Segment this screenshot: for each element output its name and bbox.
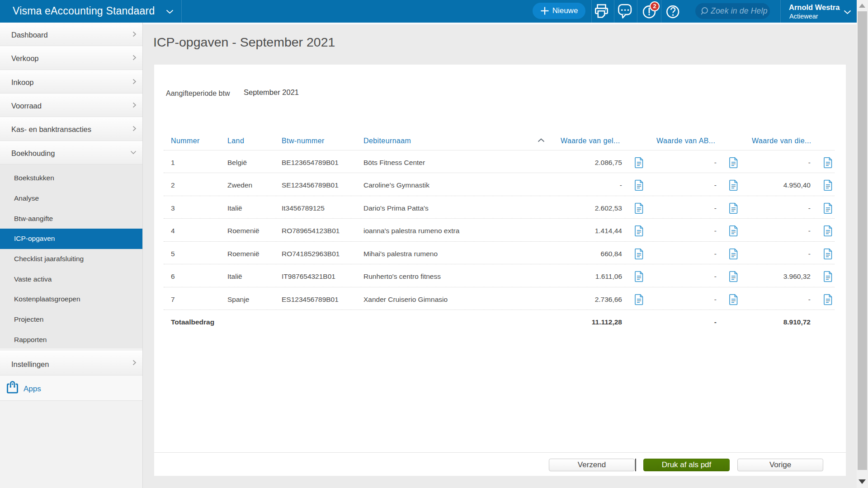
scrollbar-down-arrow-icon[interactable]: [859, 479, 866, 484]
new-button-label: Nieuwe: [552, 6, 578, 15]
sidebar-item-label: Voorraad: [11, 102, 42, 110]
print-pdf-button[interactable]: Druk af als pdf: [643, 459, 730, 471]
sidebar-item-label: Inkoop: [11, 78, 34, 86]
sidebar-item-boekhouding[interactable]: Boekhouding: [0, 141, 142, 164]
brand-chevron-down-icon[interactable]: [166, 9, 174, 14]
table-row[interactable]: 6 Italië IT987654321B01 Runherto's centr…: [164, 264, 835, 287]
user-chevron-down-icon[interactable]: [844, 10, 851, 14]
scrollbar-thumb[interactable]: [858, 11, 867, 470]
cell-debiteurnaam: ioanna's palestra rumeno extra: [363, 219, 459, 243]
app-title[interactable]: Visma eAccounting Standaard: [13, 0, 155, 23]
cell-nummer: 2: [171, 173, 175, 197]
scrollbar-up-arrow-icon[interactable]: [859, 4, 865, 8]
column-header-waarde-geleverde[interactable]: Waarde van gel...: [561, 136, 620, 146]
sidebar-item-inkoop[interactable]: Inkoop: [0, 70, 142, 94]
page-scrollbar[interactable]: [857, 0, 868, 488]
submenu-item-analyse[interactable]: Analyse: [0, 188, 142, 209]
document-icon[interactable]: [635, 203, 643, 214]
table-row[interactable]: 2 Zweden SE123456789B01 Caroline's Gymna…: [164, 173, 835, 196]
table-row[interactable]: 1 België BE123654789B01 Böts Fitness Cen…: [164, 150, 835, 174]
sidebar-item-kas-en-banktransacties[interactable]: Kas- en banktransacties: [0, 117, 142, 141]
sidebar-item-label: Verkoop: [11, 54, 39, 62]
cell-nummer: 5: [171, 242, 175, 266]
cell-waarde-diensten: 3.960,32: [783, 264, 811, 288]
printer-icon[interactable]: [595, 4, 609, 18]
document-icon[interactable]: [824, 180, 832, 191]
period-label: Aangifteperiode btw: [166, 89, 230, 98]
document-icon[interactable]: [729, 294, 738, 305]
sort-ascending-icon[interactable]: [538, 138, 545, 142]
help-icon[interactable]: [666, 5, 680, 19]
document-icon[interactable]: [635, 180, 643, 191]
document-icon[interactable]: [635, 225, 643, 236]
document-icon[interactable]: [824, 294, 832, 305]
cell-waarde-geleverde: 2.602,53: [595, 196, 622, 220]
topbar-divider: [661, 0, 661, 23]
document-icon[interactable]: [729, 157, 738, 168]
document-icon[interactable]: [729, 249, 738, 259]
document-icon[interactable]: [635, 157, 643, 168]
sidebar-item-voorraad[interactable]: Voorraad: [0, 94, 142, 117]
table-row[interactable]: 7 Spanje ES123456789B01 Xander Cruiserio…: [164, 287, 835, 310]
cell-nummer: 3: [171, 196, 175, 220]
shopping-bag-icon: [7, 380, 19, 394]
document-icon[interactable]: [824, 271, 832, 282]
document-icon[interactable]: [635, 249, 643, 259]
cell-nummer: 1: [171, 150, 175, 174]
cell-land: Roemenië: [227, 219, 259, 243]
submenu-item-kostenplaatsgroepen[interactable]: Kostenplaatsgroepen: [0, 289, 142, 310]
column-header-btw-nummer[interactable]: Btw-nummer: [282, 136, 325, 146]
column-header-nummer[interactable]: Nummer: [171, 136, 200, 146]
user-name[interactable]: Arnold Westra: [789, 3, 840, 12]
document-icon[interactable]: [824, 225, 832, 236]
page-title: ICP-opgaven - September 2021: [153, 35, 335, 50]
send-button[interactable]: Verzend: [549, 459, 635, 471]
chevron-down-icon: [130, 150, 137, 155]
cell-waarde-diensten: -: [808, 242, 811, 266]
document-icon[interactable]: [824, 157, 832, 168]
new-button[interactable]: Nieuwe: [533, 3, 585, 19]
submenu-item-boekstukken[interactable]: Boekstukken: [0, 168, 142, 188]
document-icon[interactable]: [729, 203, 738, 214]
table-row[interactable]: 5 Roemenië RO741852963B01 Mihai's palest…: [164, 242, 835, 265]
chat-icon[interactable]: [618, 4, 632, 19]
totals-label: Totaalbedrag: [171, 310, 214, 334]
document-icon[interactable]: [635, 294, 643, 305]
column-header-land[interactable]: Land: [227, 136, 244, 146]
sidebar-item-verkoop[interactable]: Verkoop: [0, 46, 142, 70]
submenu-item-projecten[interactable]: Projecten: [0, 310, 142, 330]
cell-nummer: 4: [171, 219, 175, 243]
document-icon[interactable]: [824, 249, 832, 259]
document-icon[interactable]: [729, 180, 738, 191]
cell-btw-nummer: BE123654789B01: [282, 150, 339, 174]
document-icon[interactable]: [635, 271, 643, 282]
document-icon[interactable]: [729, 225, 738, 236]
cell-waarde-diensten: -: [808, 150, 811, 174]
document-icon[interactable]: [824, 203, 832, 214]
sidebar-item-apps[interactable]: Apps: [0, 375, 142, 401]
cell-debiteurnaam: Xander Cruiserio Gimnasio: [363, 287, 448, 311]
topbar-bottom-strip: [143, 23, 857, 24]
topbar-divider: [591, 0, 592, 23]
table-totals-row: Totaalbedrag 11.112,28 - 8.910,72: [164, 310, 835, 333]
submenu-item-btw-aangifte[interactable]: Btw-aangifte: [0, 209, 142, 229]
submenu-item-icp-opgaven[interactable]: ICP-opgaven: [0, 229, 143, 249]
column-header-waarde-diensten[interactable]: Waarde van die...: [752, 136, 811, 146]
cell-waarde-diensten: -: [808, 196, 811, 220]
table-row[interactable]: 3 Italië It3456789125 Dario's Prima Patt…: [164, 196, 835, 219]
table-row[interactable]: 4 Roemenië RO789654123B01 ioanna's pales…: [164, 219, 835, 242]
document-icon[interactable]: [729, 271, 738, 282]
submenu-item-vaste-activa[interactable]: Vaste activa: [0, 269, 142, 290]
submenu-item-rapporten[interactable]: Rapporten: [0, 330, 142, 350]
sidebar-item-instellingen[interactable]: Instellingen: [0, 351, 142, 375]
period-value: September 2021: [244, 88, 299, 97]
totals-waarde-geleverde: 11.112,28: [592, 310, 622, 334]
cell-debiteurnaam: Runherto's centro fitness: [363, 264, 441, 288]
column-header-debiteurnaam[interactable]: Debiteurnaam: [363, 136, 411, 146]
sidebar-item-dashboard[interactable]: Dashboard: [0, 23, 142, 46]
column-header-waarde-abc[interactable]: Waarde van AB...: [656, 136, 715, 146]
submenu-item-checklist-jaarafsluiting[interactable]: Checklist jaarafsluiting: [0, 249, 142, 269]
sidebar-item-label: Kas- en banktransacties: [11, 125, 91, 133]
previous-button[interactable]: Vorige: [737, 459, 823, 471]
help-search-input[interactable]: [711, 6, 768, 16]
